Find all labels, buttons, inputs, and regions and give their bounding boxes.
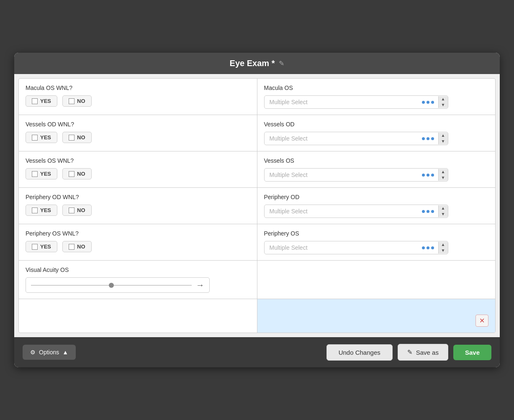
form-wrapper: Macula OS WNL? YES NO <box>18 78 496 333</box>
cell-visual-acuity-os-right <box>257 261 496 299</box>
options-button[interactable]: ⚙ Options ▲ <box>23 345 76 360</box>
dot1 <box>422 174 425 177</box>
checkbox-group-vessels-os-wnl: YES NO <box>26 168 250 179</box>
yes-label: YES <box>40 171 51 177</box>
content-area: Macula OS WNL? YES NO <box>14 74 500 337</box>
checkbox-no-periphery-os-wnl[interactable]: NO <box>62 241 92 252</box>
cell-macula-os-right: Macula OS Multiple Select ▲ ▼ <box>257 79 496 115</box>
save-as-button[interactable]: ✎ Save as <box>398 344 448 361</box>
spinner-down[interactable]: ▼ <box>439 211 448 217</box>
cell-periphery-od-wnl-left: Periphery OD WNL? YES NO <box>19 188 257 224</box>
multiselect-placeholder: Multiple Select <box>265 241 418 254</box>
cb-box <box>69 207 75 213</box>
spinner-up[interactable]: ▲ <box>439 96 448 102</box>
spinner-periphery-od[interactable]: ▲ ▼ <box>438 205 448 217</box>
spinner-up[interactable]: ▲ <box>439 169 448 175</box>
spinner-macula-os[interactable]: ▲ ▼ <box>438 96 448 108</box>
dot2 <box>427 137 429 140</box>
cell-vessels-os-wnl-left: Vessels OS WNL? YES NO <box>19 151 257 187</box>
dot1 <box>422 246 425 249</box>
multiselect-placeholder: Multiple Select <box>265 169 418 181</box>
dot3 <box>431 210 434 213</box>
label-macula-os: Macula OS <box>264 85 489 91</box>
multiselect-placeholder: Multiple Select <box>265 96 418 108</box>
dot2 <box>427 174 429 177</box>
label-periphery-os-wnl: Periphery OS WNL? <box>26 230 250 237</box>
chevron-up-icon: ▲ <box>62 349 68 356</box>
spinner-up[interactable]: ▲ <box>439 133 448 138</box>
multiselect-vessels-od[interactable]: Multiple Select ▲ ▼ <box>264 132 448 145</box>
multiselect-periphery-os[interactable]: Multiple Select ▲ ▼ <box>264 241 448 254</box>
cell-periphery-od-right: Periphery OD Multiple Select ▲ ▼ <box>257 188 496 224</box>
dot1 <box>422 101 425 104</box>
row-vessels-os-wnl: Vessels OS WNL? YES NO <box>19 151 495 188</box>
va-slider-handle[interactable] <box>109 283 114 288</box>
label-visual-acuity-os: Visual Acuity OS <box>26 266 250 273</box>
spinner-down[interactable]: ▼ <box>439 138 448 144</box>
checkbox-group-vessels-od-wnl: YES NO <box>26 132 250 143</box>
no-label: NO <box>77 134 85 141</box>
checkbox-yes-macula-os-wnl[interactable]: YES <box>26 95 57 107</box>
checkbox-yes-periphery-os-wnl[interactable]: YES <box>26 241 57 252</box>
dots-vessels-od <box>418 137 438 140</box>
label-periphery-od-wnl: Periphery OD WNL? <box>26 194 250 200</box>
gear-icon: ⚙ <box>30 349 36 356</box>
saveas-label: Save as <box>416 349 439 356</box>
cb-box <box>69 244 75 250</box>
va-slider-line <box>31 285 192 286</box>
row-empty-blue: ✕ <box>19 299 495 333</box>
visual-acuity-input[interactable]: → <box>26 277 210 293</box>
spinner-periphery-os[interactable]: ▲ ▼ <box>438 242 448 254</box>
bottom-bar: ⚙ Options ▲ Undo Changes ✎ Save as Save <box>14 337 500 367</box>
spinner-vessels-od[interactable]: ▲ ▼ <box>438 133 448 144</box>
options-label: Options <box>39 349 59 356</box>
spinner-vessels-os[interactable]: ▲ ▼ <box>438 169 448 181</box>
dot1 <box>422 210 425 213</box>
multiselect-vessels-os[interactable]: Multiple Select ▲ ▼ <box>264 168 448 182</box>
spinner-down[interactable]: ▼ <box>439 102 448 108</box>
cell-empty-left <box>19 299 257 333</box>
row-vessels-od-wnl: Vessels OD WNL? YES NO <box>19 115 495 151</box>
undo-changes-button[interactable]: Undo Changes <box>326 344 393 361</box>
save-button[interactable]: Save <box>453 345 491 360</box>
yes-label: YES <box>40 134 51 141</box>
multiselect-placeholder: Multiple Select <box>265 205 418 218</box>
row-periphery-od-wnl: Periphery OD WNL? YES NO <box>19 188 495 224</box>
spinner-up[interactable]: ▲ <box>439 205 448 211</box>
spinner-down[interactable]: ▼ <box>439 248 448 254</box>
multiselect-periphery-od[interactable]: Multiple Select ▲ ▼ <box>264 205 448 218</box>
edit-icon[interactable]: ✎ <box>279 59 284 67</box>
label-periphery-os: Periphery OS <box>264 230 489 237</box>
yes-label: YES <box>40 243 51 250</box>
dot2 <box>427 210 429 213</box>
checkbox-no-vessels-od-wnl[interactable]: NO <box>62 132 92 143</box>
spinner-up[interactable]: ▲ <box>439 242 448 248</box>
cb-box <box>32 171 38 177</box>
row-periphery-os-wnl: Periphery OS WNL? YES NO <box>19 224 495 261</box>
cb-box <box>32 98 38 104</box>
multiselect-placeholder: Multiple Select <box>265 132 418 145</box>
label-vessels-od-wnl: Vessels OD WNL? <box>26 121 250 128</box>
cb-box <box>69 135 75 141</box>
label-vessels-os: Vessels OS <box>264 157 489 164</box>
dot3 <box>431 101 434 104</box>
cell-periphery-os-right: Periphery OS Multiple Select ▲ ▼ <box>257 224 496 260</box>
form-scroll[interactable]: Macula OS WNL? YES NO <box>19 79 495 333</box>
checkbox-yes-periphery-od-wnl[interactable]: YES <box>26 205 57 216</box>
checkbox-yes-vessels-od-wnl[interactable]: YES <box>26 132 57 143</box>
checkbox-yes-vessels-os-wnl[interactable]: YES <box>26 168 57 179</box>
checkbox-group-periphery-os-wnl: YES NO <box>26 241 250 252</box>
checkbox-no-vessels-os-wnl[interactable]: NO <box>62 168 92 179</box>
multiselect-macula-os[interactable]: Multiple Select ▲ ▼ <box>264 95 448 109</box>
row-macula-os-wnl: Macula OS WNL? YES NO <box>19 79 495 115</box>
checkbox-no-periphery-od-wnl[interactable]: NO <box>62 205 92 216</box>
dot3 <box>431 137 434 140</box>
label-vessels-od: Vessels OD <box>264 121 489 128</box>
row-visual-acuity-os: Visual Acuity OS → <box>19 261 495 299</box>
va-arrow-icon: → <box>196 280 204 290</box>
delete-button[interactable]: ✕ <box>475 315 488 327</box>
spinner-down[interactable]: ▼ <box>439 175 448 181</box>
cb-box <box>69 98 75 104</box>
yes-label: YES <box>40 98 51 104</box>
checkbox-no-macula-os-wnl[interactable]: NO <box>62 95 92 107</box>
